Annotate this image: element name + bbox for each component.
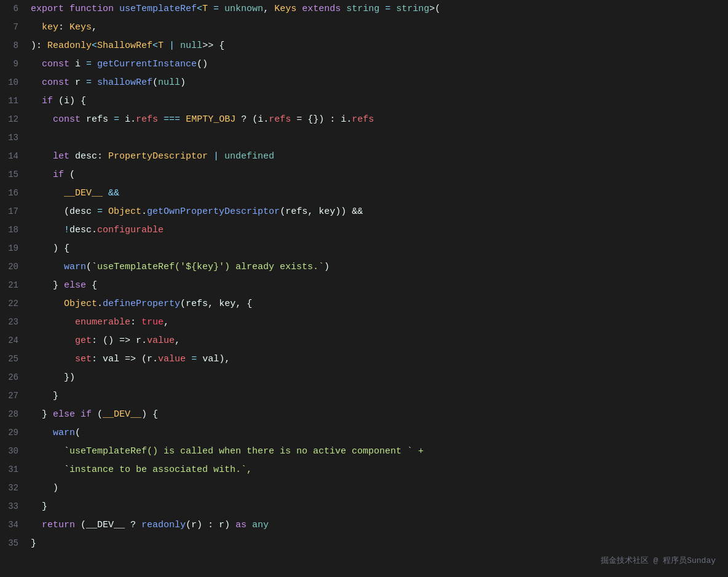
code-token: , <box>164 317 169 328</box>
line-number: 17 <box>0 204 31 219</box>
code-token <box>31 170 53 180</box>
line-content: export function useTemplateRef<T = unkno… <box>31 1 728 17</box>
table-row: 6export function useTemplateRef<T = unkn… <box>0 0 728 18</box>
line-content: Object.defineProperty(refs, key, { <box>31 296 728 312</box>
line-number: 23 <box>0 315 31 330</box>
code-token: ` <box>31 465 69 475</box>
code-token: => ( <box>119 354 147 364</box>
table-row: 27 } <box>0 387 728 406</box>
code-token: (i) { <box>58 96 86 106</box>
code-token: true <box>141 317 164 328</box>
line-content <box>31 130 728 146</box>
line-number: 26 <box>0 370 31 385</box>
code-token: shallowRef <box>97 77 152 88</box>
line-number: 8 <box>0 38 31 53</box>
line-number: 12 <box>0 112 31 127</box>
code-token: (` <box>86 262 97 272</box>
line-content: let desc: PropertyDescriptor | undefined <box>31 148 728 165</box>
line-content: } <box>31 498 728 515</box>
code-token: Keys <box>69 22 92 33</box>
code-token: ( <box>180 299 186 309</box>
code-token: ( <box>280 206 285 217</box>
code-token: i <box>258 114 263 125</box>
code-token: = <box>379 4 396 14</box>
code-token: const <box>42 59 75 69</box>
code-token: === <box>158 114 186 125</box>
line-content: }) <box>31 369 728 386</box>
code-token: Readonly <box>47 41 92 51</box>
code-token: refs <box>186 299 208 309</box>
code-token: = <box>81 77 97 88</box>
code-token: (__DEV__ <box>81 520 125 530</box>
line-content: const r = shallowRef(null) <box>31 74 728 91</box>
line-number: 20 <box>0 259 31 275</box>
code-token: | <box>208 151 224 162</box>
code-token: value <box>158 354 186 364</box>
code-token: T <box>158 41 164 51</box>
line-number: 32 <box>0 481 31 496</box>
code-token: ) <box>180 77 186 88</box>
code-token: ? ( <box>235 114 258 125</box>
code-token: i <box>75 59 81 69</box>
code-token: r <box>147 354 152 364</box>
table-row: 9 const i = getCurrentInstance() <box>0 55 728 74</box>
table-row: 33 } <box>0 498 728 516</box>
code-token <box>31 299 64 309</box>
line-content: (desc = Object.getOwnPropertyDescriptor(… <box>31 203 728 220</box>
line-number: 15 <box>0 167 31 183</box>
code-token: ), <box>219 354 230 364</box>
code-token: () <box>197 59 208 69</box>
line-content: if (i) { <box>31 93 728 109</box>
line-number: 16 <box>0 186 31 201</box>
code-token: . <box>130 114 136 125</box>
line-number: 28 <box>0 407 31 422</box>
code-token: instance to be associated with.`, <box>69 465 252 475</box>
line-content: return (__DEV__ ? readonly(r) : r) as an… <box>31 517 728 533</box>
code-token: as <box>235 520 252 530</box>
code-token: ShallowRef <box>97 41 152 51</box>
code-token: r <box>136 336 141 346</box>
line-number: 27 <box>0 388 31 404</box>
line-number: 31 <box>0 462 31 477</box>
line-content: set: val => (r.value = val), <box>31 351 728 367</box>
line-content: } <box>31 535 728 552</box>
code-token <box>31 428 53 438</box>
table-row: 24 get: () => r.value, <box>0 332 728 350</box>
line-number: 19 <box>0 241 31 256</box>
code-token: export <box>31 4 69 14</box>
line-number: 6 <box>0 1 31 17</box>
code-token: useTemplateRef('${key}') already exists.… <box>97 262 324 272</box>
code-token: warn <box>64 262 86 272</box>
line-content: `useTemplateRef() is called when there i… <box>31 443 728 460</box>
code-token: Keys <box>274 4 296 14</box>
code-token: = <box>81 59 97 69</box>
table-row: 34 return (__DEV__ ? readonly(r) : r) as… <box>0 516 728 535</box>
code-token: | <box>164 41 180 51</box>
line-content: warn(`useTemplateRef('${key}') already e… <box>31 259 728 275</box>
code-token: . <box>346 114 352 125</box>
code-token <box>31 262 64 272</box>
code-token: any <box>252 520 269 530</box>
code-token: ( <box>152 77 158 88</box>
code-token: && <box>103 188 119 198</box>
code-token: key <box>318 206 335 217</box>
code-token: ) <box>31 483 58 493</box>
code-token: ! <box>31 225 69 235</box>
line-number: 18 <box>0 222 31 238</box>
line-number: 22 <box>0 296 31 312</box>
code-token: __DEV__ <box>103 409 141 420</box>
line-number: 21 <box>0 278 31 293</box>
line-content: ) { <box>31 240 728 257</box>
code-token: value <box>147 336 175 346</box>
code-token <box>31 188 64 198</box>
table-row: 11 if (i) { <box>0 92 728 111</box>
table-row: 29 warn( <box>0 424 728 442</box>
code-token: = {}) : <box>291 114 341 125</box>
code-token: ) { <box>141 409 158 420</box>
table-row: 23 enumerable: true, <box>0 313 728 332</box>
code-token: const <box>42 77 75 88</box>
code-token: refs <box>86 114 108 125</box>
code-editor: 6export function useTemplateRef<T = unkn… <box>0 0 728 577</box>
code-token: , <box>175 336 180 346</box>
code-token: function <box>69 4 119 14</box>
